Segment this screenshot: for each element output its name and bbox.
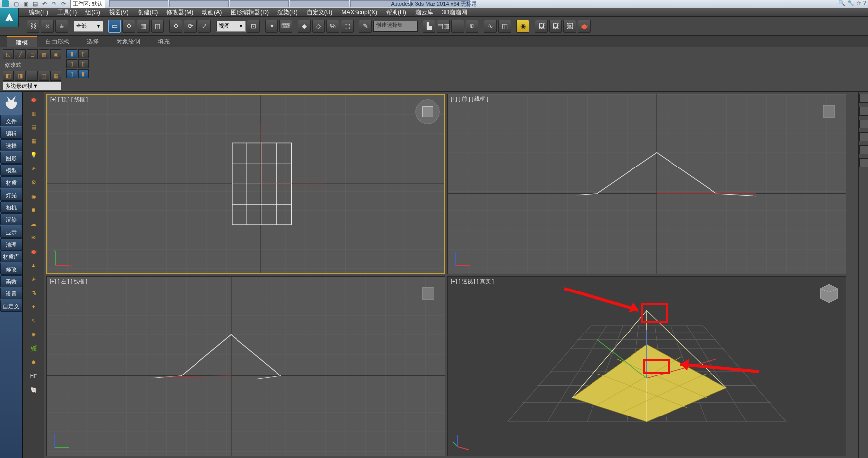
menu-customize[interactable]: 自定义(U) xyxy=(303,8,337,17)
hdr2-c[interactable]: ▯ xyxy=(66,59,77,68)
schematic-icon[interactable]: ◫ xyxy=(498,20,511,33)
cat-custom[interactable]: 自定义 xyxy=(0,300,22,312)
cat-modify[interactable]: 修改 xyxy=(0,263,22,275)
select-rect-icon[interactable]: ▦ xyxy=(137,20,150,33)
scale-icon[interactable]: ⤢ xyxy=(198,20,211,33)
window-tab[interactable] xyxy=(290,0,349,7)
rp-display-icon[interactable] xyxy=(859,145,868,154)
menu-group[interactable]: 组(G) xyxy=(81,8,104,17)
teapot-icon[interactable]: 🫖 xyxy=(578,20,591,33)
viewport-top-label[interactable]: [+] [ 顶 ] [ 线框 ] xyxy=(50,96,88,103)
ico-cloud[interactable]: ☁ xyxy=(25,217,42,230)
ico-primitive[interactable]: ▥ xyxy=(25,107,42,120)
key-icon[interactable]: 🔧 xyxy=(847,0,854,6)
viewport-left[interactable]: [+] [ 左 ] [ 线框 ] xyxy=(46,276,445,457)
rotate-icon[interactable]: ⟳ xyxy=(184,20,197,33)
hdr2-b[interactable]: ▯ xyxy=(78,49,89,58)
viewport-left-label[interactable]: [+] [ 左 ] [ 线框 ] xyxy=(50,278,87,285)
rp-create-icon[interactable] xyxy=(859,94,868,103)
keymode-icon[interactable]: ⌨ xyxy=(279,20,292,33)
window-tab[interactable] xyxy=(169,0,229,7)
hdr2-d[interactable]: ▯ xyxy=(78,59,89,68)
cat-light[interactable]: 灯光 xyxy=(0,189,22,201)
cat-cleanup[interactable]: 清理 xyxy=(0,238,22,250)
polymodel-drop[interactable]: 多边形建模 ▼ xyxy=(3,82,61,90)
viewcube-persp[interactable] xyxy=(816,281,842,306)
ico-shell[interactable]: 🐚 xyxy=(25,383,42,396)
rp-motion-icon[interactable] xyxy=(859,132,868,141)
cat-model[interactable]: 模型 xyxy=(0,164,22,176)
ico-grid[interactable]: ▦ xyxy=(25,134,42,147)
ico-pointer[interactable]: ↖ xyxy=(25,314,42,327)
ico-cone[interactable]: ▲ xyxy=(25,259,42,272)
viewcube-front[interactable] xyxy=(816,98,842,124)
ico-compound[interactable]: ▤ xyxy=(25,121,42,133)
unlink-icon[interactable]: ⤫ xyxy=(41,20,54,33)
ico-light[interactable]: 💡 xyxy=(25,148,42,161)
cat-material[interactable]: 材质 xyxy=(0,176,22,188)
spinner-snap-icon[interactable]: ⬚ xyxy=(341,20,354,33)
rp-hier-icon[interactable] xyxy=(859,120,868,128)
ico-grass[interactable]: 🌿 xyxy=(25,342,42,355)
link-icon[interactable]: ⛓ xyxy=(27,20,39,33)
window-tab[interactable] xyxy=(230,0,289,7)
cat-shape[interactable]: 图形 xyxy=(0,152,22,164)
qat-redo-icon[interactable]: ↷ xyxy=(49,0,58,7)
ico-coords[interactable]: ⊕ xyxy=(25,328,42,341)
subobj-poly-icon[interactable]: ▩ xyxy=(39,49,49,59)
menu-edit[interactable]: 编辑(E) xyxy=(25,8,52,17)
rp-util-icon[interactable] xyxy=(859,158,868,167)
selection-filter-drop[interactable]: 全部▼ xyxy=(74,21,103,32)
ico-flask[interactable]: ⚗ xyxy=(25,287,42,299)
viewport-perspective[interactable]: [+] [ 透视 ] [ 真实 ] xyxy=(447,276,846,457)
ico-teapot2[interactable]: 🫖 xyxy=(25,245,42,258)
menu-3dliuliu[interactable]: 3D溜溜网 xyxy=(438,8,471,17)
named-sel-input[interactable]: 创建选择集 xyxy=(373,21,418,32)
mod-a-icon[interactable]: ◧ xyxy=(3,71,14,81)
window-tab[interactable] xyxy=(410,0,470,7)
hdr2-f[interactable]: ▮ xyxy=(78,69,89,78)
viewcube-top[interactable] xyxy=(415,99,440,125)
window-tab[interactable] xyxy=(109,0,168,7)
hdr2-e[interactable]: ▯ xyxy=(66,69,77,78)
app-menu-button[interactable] xyxy=(0,8,19,27)
ribbon-tab-modeling[interactable]: 建模 xyxy=(7,36,37,47)
snap-toggle-icon[interactable]: ◆ xyxy=(298,20,311,33)
pivot-icon[interactable]: ⊡ xyxy=(247,20,260,33)
menu-animation[interactable]: 动画(A) xyxy=(198,8,226,17)
cat-render[interactable]: 渲染 xyxy=(0,213,22,225)
percent-snap-icon[interactable]: % xyxy=(326,20,339,33)
qat-undo-icon[interactable]: ↶ xyxy=(40,0,49,7)
menu-rendering[interactable]: 渲染(R) xyxy=(274,8,302,17)
subobj-edge-icon[interactable]: ╱ xyxy=(15,49,26,59)
mirror-icon[interactable]: ▙ xyxy=(423,20,435,33)
qat-open-icon[interactable]: ▣ xyxy=(21,0,30,7)
viewcube-left[interactable] xyxy=(415,281,441,306)
rendered-frame-icon[interactable]: 🖼 xyxy=(549,20,562,33)
viewport-front-label[interactable]: [+] [ 前 ] [ 线框 ] xyxy=(451,95,488,103)
layer-icon[interactable]: ≣ xyxy=(451,20,464,33)
subobj-border-icon[interactable]: ◻ xyxy=(27,49,38,59)
named-sel-edit-icon[interactable]: ✎ xyxy=(359,20,372,33)
cat-camera[interactable]: 相机 xyxy=(0,201,22,213)
angle-snap-icon[interactable]: ◇ xyxy=(312,20,325,33)
ribbon-tab-freeform[interactable]: 自由形式 xyxy=(37,36,78,47)
help-icon[interactable]: ? xyxy=(863,0,866,6)
ico-star[interactable]: ✸ xyxy=(25,356,42,369)
select-name-icon[interactable]: ✥ xyxy=(122,20,135,33)
mod-c-icon[interactable]: ≡ xyxy=(27,71,38,81)
subobj-vertex-icon[interactable]: ◺ xyxy=(3,49,14,59)
bind-icon[interactable]: ⏚ xyxy=(55,20,68,33)
ico-sun[interactable]: ☀ xyxy=(25,162,42,175)
window-tab[interactable] xyxy=(350,0,409,7)
qat-save-icon[interactable]: ▤ xyxy=(31,0,39,7)
cat-edit[interactable]: 编辑 xyxy=(0,127,22,139)
menu-views[interactable]: 视图(V) xyxy=(105,8,133,17)
ico-gear[interactable]: ⚙ xyxy=(25,176,42,189)
ico-sparkle[interactable]: ✦ xyxy=(25,300,42,313)
ref-coord-drop[interactable]: 视图▼ xyxy=(216,21,246,32)
rp-modify-icon[interactable] xyxy=(859,107,868,116)
menu-liuyun[interactable]: 溜云库 xyxy=(411,8,437,17)
render-setup-icon[interactable]: 🖼 xyxy=(535,20,548,33)
ico-sun2[interactable]: ☀ xyxy=(25,273,42,286)
